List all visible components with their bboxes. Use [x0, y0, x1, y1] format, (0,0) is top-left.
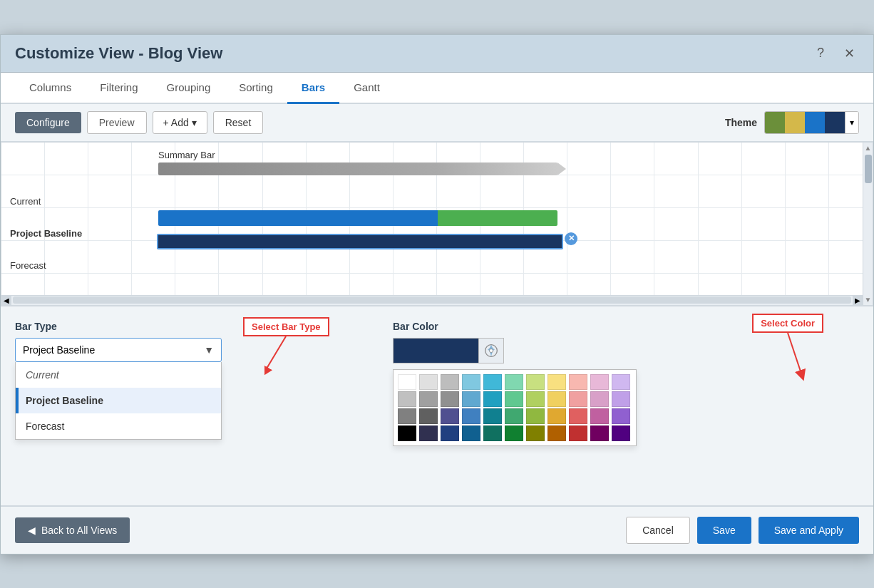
save-apply-button[interactable]: Save and Apply	[759, 517, 859, 544]
dropdown-item-project-baseline[interactable]: Project Baseline	[16, 388, 221, 413]
color-cell[interactable]	[612, 374, 630, 390]
color-cell[interactable]	[547, 391, 566, 407]
gantt-bars: Summary Bar ✕	[1, 143, 873, 305]
color-cell[interactable]	[526, 425, 545, 441]
back-label: Back to All Views	[41, 525, 117, 536]
color-cell[interactable]	[612, 425, 630, 441]
gantt-preview: Summary Bar ✕ Current Project Baseline F…	[1, 142, 873, 306]
color-cell[interactable]	[483, 408, 502, 424]
color-cell[interactable]	[590, 408, 609, 424]
color-cell[interactable]	[590, 391, 609, 407]
theme-label: Theme	[725, 117, 757, 128]
color-cell[interactable]	[547, 374, 566, 390]
tab-columns[interactable]: Columns	[15, 73, 86, 104]
dialog-header: Customize View - Blog View ? ✕	[1, 35, 873, 73]
close-button[interactable]: ✕	[839, 43, 859, 63]
bar-color-label: Bar Color	[393, 321, 637, 332]
horizontal-scrollbar-thumb[interactable]	[13, 296, 851, 304]
color-cell[interactable]	[462, 391, 480, 407]
theme-swatch-2[interactable]	[785, 112, 805, 133]
bar-type-dropdown-list: Current Project Baseline Forecast	[15, 362, 222, 440]
bar-type-dropdown[interactable]: Project Baseline ▼	[15, 338, 222, 362]
color-cell[interactable]	[419, 374, 438, 390]
scroll-left-icon[interactable]: ◀	[1, 295, 11, 305]
tab-filtering[interactable]: Filtering	[86, 73, 152, 104]
color-cell[interactable]	[612, 391, 630, 407]
theme-swatch-4[interactable]	[825, 112, 845, 133]
color-cell[interactable]	[505, 425, 523, 441]
configure-button[interactable]: Configure	[15, 112, 81, 133]
color-cell[interactable]	[462, 425, 480, 441]
svg-point-2	[490, 349, 493, 352]
back-button[interactable]: ◀ Back to All Views	[15, 517, 130, 543]
color-cell[interactable]	[526, 374, 545, 390]
color-cell[interactable]	[398, 408, 416, 424]
tab-gantt[interactable]: Gantt	[339, 73, 394, 104]
color-picker-button[interactable]	[478, 338, 504, 363]
color-cell[interactable]	[547, 425, 566, 441]
tab-grouping[interactable]: Grouping	[153, 73, 225, 104]
bar-type-section: Bar Type Project Baseline ▼ Current Proj…	[15, 321, 222, 362]
color-cell[interactable]	[483, 391, 502, 407]
color-cell[interactable]	[462, 374, 480, 390]
bar-close-icon[interactable]: ✕	[565, 232, 577, 245]
row-label-1: Current	[10, 196, 41, 207]
color-cell[interactable]	[419, 391, 438, 407]
dropdown-item-forecast[interactable]: Forecast	[16, 413, 221, 439]
color-cell[interactable]	[483, 374, 502, 390]
tab-sorting[interactable]: Sorting	[225, 73, 287, 104]
tab-bars[interactable]: Bars	[287, 73, 339, 104]
dropdown-arrow-icon: ▼	[204, 344, 214, 356]
color-cell[interactable]	[441, 408, 459, 424]
color-cell[interactable]	[590, 374, 609, 390]
color-cell[interactable]	[590, 425, 609, 441]
scroll-right-icon[interactable]: ▶	[853, 295, 863, 305]
color-cell[interactable]	[526, 408, 545, 424]
color-cell[interactable]	[462, 408, 480, 424]
color-cell[interactable]	[526, 391, 545, 407]
color-cell[interactable]	[441, 391, 459, 407]
footer: ◀ Back to All Views Cancel Save Save and…	[1, 505, 873, 554]
theme-swatch-3[interactable]	[805, 112, 825, 133]
dropdown-item-current[interactable]: Current	[16, 362, 221, 388]
preview-button[interactable]: Preview	[87, 111, 147, 134]
color-cell[interactable]	[398, 374, 416, 390]
color-cell[interactable]	[612, 408, 630, 424]
add-label: + Add	[163, 117, 189, 128]
color-cell[interactable]	[419, 408, 438, 424]
color-cell[interactable]	[483, 425, 502, 441]
color-cell[interactable]	[398, 425, 416, 441]
summary-bar	[158, 163, 557, 175]
theme-dropdown-button[interactable]: ▾	[845, 112, 858, 133]
reset-button[interactable]: Reset	[213, 111, 264, 134]
vertical-scrollbar[interactable]: ▲ ▼	[863, 143, 873, 305]
bottom-config: Bar Type Project Baseline ▼ Current Proj…	[1, 306, 873, 505]
color-cell[interactable]	[505, 408, 523, 424]
theme-swatch-1[interactable]	[765, 112, 785, 133]
color-cell[interactable]	[419, 425, 438, 441]
bar-blue-green[interactable]	[158, 210, 557, 226]
row-label-2: Project Baseline	[10, 228, 82, 239]
color-palette	[393, 369, 637, 446]
color-cell[interactable]	[441, 425, 459, 441]
color-cell[interactable]	[398, 391, 416, 407]
color-cell[interactable]	[569, 374, 587, 390]
color-cell[interactable]	[569, 408, 587, 424]
color-cell[interactable]	[505, 391, 523, 407]
color-cell[interactable]	[441, 374, 459, 390]
row-label-3: Forecast	[10, 260, 46, 271]
color-cell[interactable]	[505, 374, 523, 390]
add-button[interactable]: + Add ▾	[153, 111, 207, 134]
back-arrow-icon: ◀	[28, 525, 36, 536]
color-cell[interactable]	[569, 425, 587, 441]
scrollbar-thumb[interactable]	[865, 155, 872, 183]
help-button[interactable]: ?	[811, 43, 831, 63]
color-cell[interactable]	[547, 408, 566, 424]
content-area: Summary Bar ✕ Current Project Baseline F…	[1, 142, 873, 505]
cancel-button[interactable]: Cancel	[626, 517, 690, 544]
save-button[interactable]: Save	[697, 517, 751, 544]
bar-navy-selected[interactable]	[157, 234, 563, 249]
horizontal-scrollbar[interactable]: ◀ ▶	[1, 295, 863, 305]
color-cell[interactable]	[569, 391, 587, 407]
theme-color-selector[interactable]: ▾	[764, 111, 859, 134]
